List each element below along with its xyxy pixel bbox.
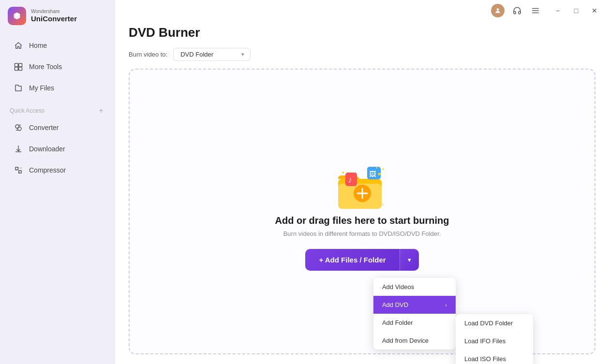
burn-to-value: DVD Folder [180,51,213,58]
user-icon[interactable] [491,4,505,17]
menu-icon[interactable] [530,5,541,16]
dropdown-item-add-videos[interactable]: Add Videos [373,278,456,296]
home-icon [14,41,23,50]
add-folder-label: Add Folder [382,319,413,326]
svg-rect-2 [15,67,18,71]
load-iso-files-label: Load ISO Files [464,355,506,363]
sidebar: Wondershare UniConverter Home More Tools [0,0,115,364]
submenu-item-load-iso-files[interactable]: Load ISO Files [456,350,533,364]
headphones-icon[interactable] [511,5,523,16]
dropdown-item-add-folder[interactable]: Add Folder [373,314,456,332]
page-content: DVD Burner Burn video to: DVD Folder ▾ [115,21,609,364]
sidebar-item-home[interactable]: Home [4,36,111,55]
drop-zone-heading: Add or drag files here to start burning [275,215,449,226]
svg-point-24 [376,167,377,169]
submenu-item-load-ifo-files[interactable]: Load IFO Files [456,332,533,350]
dropdown-chevron-icon: ▾ [408,256,411,263]
logo-text: Wondershare UniConverter [31,9,77,23]
drop-zone-subtext: Burn videos in different formats to DVD/… [283,230,441,237]
page-title: DVD Burner [129,25,595,40]
add-files-folder-button[interactable]: + Add Files / Folder [305,249,399,271]
svg-point-23 [382,168,384,170]
sidebar-item-more-tools[interactable]: More Tools [4,57,111,76]
add-from-device-label: Add from Device [382,337,429,344]
logo-name: UniConverter [31,15,77,23]
main-content: − □ ✕ DVD Burner Burn video to: DVD Fold… [115,0,609,364]
close-button[interactable]: ✕ [588,4,601,17]
burn-to-chevron-icon: ▾ [241,51,244,58]
svg-point-4 [15,125,19,129]
minimize-button[interactable]: − [551,4,564,17]
window-controls: − □ ✕ [551,4,601,17]
svg-rect-0 [15,63,18,67]
svg-text:🖼: 🖼 [369,170,376,178]
load-dvd-folder-label: Load DVD Folder [464,320,513,327]
add-dvd-label: Add DVD [382,301,408,308]
submenu: Load DVD Folder Load IFO Files Load ISO … [456,314,533,364]
svg-point-22 [378,173,380,175]
add-videos-label: Add Videos [382,283,414,291]
burn-to-row: Burn video to: DVD Folder ▾ [129,48,595,61]
add-button-label: + Add Files / Folder [319,256,386,264]
downloader-icon [14,144,23,154]
folder-illustration: ♪ 🖼 [331,152,394,215]
sidebar-item-my-files[interactable]: My Files [4,78,111,98]
compressor-icon [14,165,23,175]
sidebar-item-more-tools-label: More Tools [29,63,62,71]
quick-access-label: Quick Access [10,107,45,114]
svg-text:♪: ♪ [348,175,352,185]
load-ifo-files-label: Load IFO Files [464,337,505,345]
quick-access-header: Quick Access + [0,102,115,117]
burn-to-select[interactable]: DVD Folder ▾ [173,48,251,61]
svg-point-5 [18,127,22,131]
svg-rect-3 [19,67,22,71]
sidebar-item-home-label: Home [29,42,47,49]
sidebar-item-compressor[interactable]: Compressor [4,160,111,180]
files-icon [14,83,23,93]
svg-rect-1 [19,63,22,67]
sidebar-item-downloader-label: Downloader [29,145,65,153]
sidebar-item-converter[interactable]: Converter [4,118,111,137]
add-dropdown-button[interactable]: ▾ [400,249,419,271]
svg-point-25 [342,172,344,174]
converter-icon [14,123,23,132]
add-button-group: + Add Files / Folder ▾ Add Videos Add DV… [305,249,418,271]
sidebar-item-downloader[interactable]: Downloader [4,139,111,159]
titlebar: − □ ✕ [115,0,609,21]
app-logo-icon [8,7,26,25]
dropdown-item-add-from-device[interactable]: Add from Device [373,332,456,349]
sidebar-item-converter-label: Converter [29,124,59,131]
sidebar-item-my-files-label: My Files [29,84,54,92]
logo-area: Wondershare UniConverter [0,0,115,35]
svg-point-8 [497,8,499,11]
dropdown-menu: Add Videos Add DVD › Load DVD Folder Loa… [373,278,456,349]
drop-zone[interactable]: ♪ 🖼 Add or drag files here to start burn… [129,69,595,354]
dropdown-item-add-dvd[interactable]: Add DVD › Load DVD Folder Load IFO Files [373,296,456,314]
submenu-chevron-icon: › [445,302,447,308]
sidebar-item-compressor-label: Compressor [29,166,66,174]
logo-brand: Wondershare [31,9,77,15]
quick-access-add-button[interactable]: + [97,106,105,115]
tools-icon [14,62,23,72]
submenu-item-load-dvd-folder[interactable]: Load DVD Folder [456,314,533,332]
burn-to-label: Burn video to: [129,51,167,58]
maximize-button[interactable]: □ [569,4,583,17]
